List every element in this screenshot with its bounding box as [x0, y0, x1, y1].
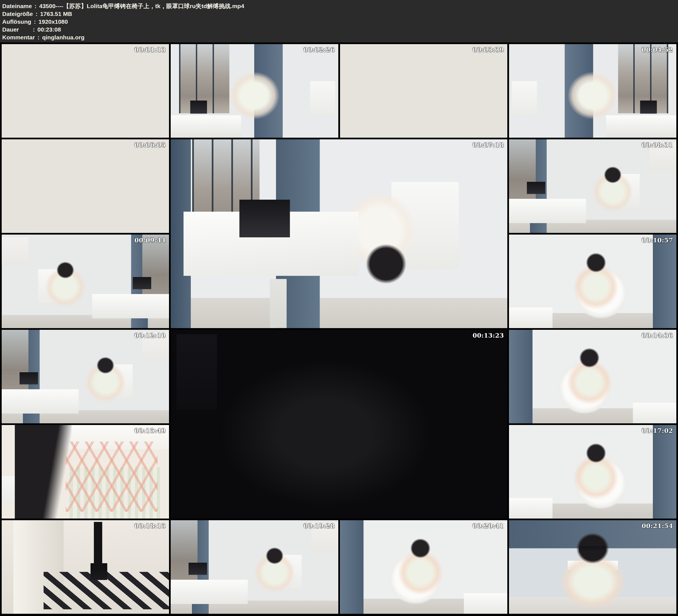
- video-thumbnail: 00:04:52: [509, 44, 676, 138]
- thumbnail-timestamp: 00:19:28: [303, 522, 335, 530]
- thumbnail-timestamp: 00:09:44: [135, 236, 166, 244]
- thumbnail-timestamp: 00:18:15: [135, 522, 166, 530]
- file-info-separator: :: [33, 10, 40, 18]
- thumbnail-timestamp: 00:14:36: [642, 332, 673, 339]
- thumbnail-image: [509, 330, 676, 423]
- video-thumbnail: 00:02:26: [171, 44, 338, 138]
- thumbnail-image: [509, 520, 676, 614]
- thumbnail-image: [340, 520, 507, 614]
- thumbnail-image: [2, 425, 169, 518]
- file-info-separator: :: [32, 2, 39, 10]
- video-thumbnail: 00:15:49: [2, 425, 169, 518]
- file-info-row-comment: Kommentar:qinglanhua.org: [2, 34, 675, 41]
- thumbnail-image: [340, 44, 507, 138]
- file-info-value: 00:23:08: [37, 26, 61, 34]
- video-contact-sheet: Dateiname:43500----【苏苏】Lolita龟甲缚铐在椅子上，tk…: [0, 0, 678, 615]
- video-thumbnail: 00:13:23: [171, 330, 507, 518]
- thumbnail-timestamp: 00:04:52: [642, 46, 673, 53]
- video-thumbnail: 00:07:18: [171, 139, 507, 328]
- thumbnail-image: [171, 330, 507, 518]
- thumbnail-timestamp: 00:07:18: [473, 141, 504, 149]
- thumbnail-timestamp: 00:13:23: [473, 332, 504, 339]
- thumbnail-image: [2, 44, 169, 138]
- file-info-row-filesize: Dateigröße:1763.51 MB: [2, 10, 675, 18]
- video-thumbnail: 00:03:39: [340, 44, 507, 138]
- file-info-label: Kommentar: [2, 34, 35, 41]
- file-info-label: Dateigröße: [2, 10, 33, 18]
- thumbnail-grid: 00:01:1300:02:2600:03:3900:04:5200:06:05…: [0, 42, 678, 615]
- file-info-separator: :: [31, 18, 39, 26]
- video-thumbnail: 00:10:57: [509, 235, 676, 328]
- thumbnail-image: [171, 44, 338, 138]
- thumbnail-image: [509, 425, 676, 518]
- thumbnail-image: [2, 520, 169, 614]
- video-thumbnail: 00:21:54: [509, 520, 676, 614]
- video-thumbnail: 00:09:44: [2, 235, 169, 328]
- thumbnail-image: [2, 330, 169, 423]
- file-info-value: 43500----【苏苏】Lolita龟甲缚铐在椅子上，tk，眼罩口球ru夹td…: [39, 2, 244, 10]
- file-info-value: qinglanhua.org: [42, 34, 85, 41]
- video-thumbnail: 00:20:41: [340, 520, 507, 614]
- thumbnail-image: [509, 44, 676, 138]
- video-thumbnail: 00:19:28: [171, 520, 338, 614]
- thumbnail-timestamp: 00:12:10: [135, 332, 166, 339]
- thumbnail-timestamp: 00:20:41: [473, 522, 504, 530]
- video-thumbnail: 00:06:05: [2, 139, 169, 233]
- file-info-label: Auflösung: [2, 18, 31, 26]
- thumbnail-image: [171, 139, 507, 328]
- thumbnail-timestamp: 00:02:26: [303, 46, 335, 53]
- video-thumbnail: 00:18:15: [2, 520, 169, 614]
- file-info-label: Dauer: [2, 26, 30, 34]
- file-info-value: 1763.51 MB: [40, 10, 72, 18]
- thumbnail-timestamp: 00:03:39: [473, 46, 504, 53]
- thumbnail-image: [2, 139, 169, 233]
- file-info-header: Dateiname:43500----【苏苏】Lolita龟甲缚铐在椅子上，tk…: [0, 0, 678, 42]
- thumbnail-timestamp: 00:21:54: [642, 522, 673, 530]
- thumbnail-image: [171, 520, 338, 614]
- file-info-row-filename: Dateiname:43500----【苏苏】Lolita龟甲缚铐在椅子上，tk…: [2, 2, 675, 10]
- thumbnail-timestamp: 00:06:05: [135, 141, 166, 149]
- thumbnail-timestamp: 00:15:49: [135, 427, 166, 434]
- file-info-separator: :: [30, 26, 37, 34]
- video-thumbnail: 00:12:10: [2, 330, 169, 423]
- video-thumbnail: 00:14:36: [509, 330, 676, 423]
- thumbnail-image: [509, 235, 676, 328]
- video-thumbnail: 00:01:13: [2, 44, 169, 138]
- file-info-row-duration: Dauer:00:23:08: [2, 26, 675, 34]
- file-info-label: Dateiname: [2, 2, 32, 10]
- file-info-row-resolution: Auflösung:1920x1080: [2, 18, 675, 26]
- video-thumbnail: 00:08:31: [509, 139, 676, 233]
- thumbnail-timestamp: 00:17:02: [642, 427, 673, 434]
- file-info-value: 1920x1080: [39, 18, 68, 26]
- thumbnail-timestamp: 00:08:31: [642, 141, 673, 149]
- thumbnail-image: [509, 139, 676, 233]
- file-info-separator: :: [35, 34, 42, 41]
- thumbnail-image: [2, 235, 169, 328]
- thumbnail-timestamp: 00:10:57: [642, 236, 673, 244]
- thumbnail-timestamp: 00:01:13: [135, 46, 166, 53]
- video-thumbnail: 00:17:02: [509, 425, 676, 518]
